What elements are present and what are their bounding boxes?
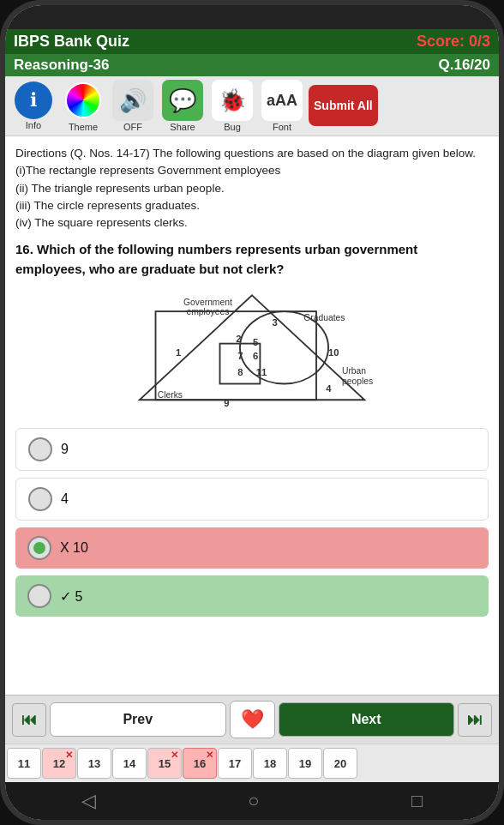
q-num-15-badge: ✕ [171,750,178,761]
option-c[interactable]: X 10 [15,527,489,569]
radio-a [28,437,52,461]
share-label: Share [170,122,195,132]
font-button[interactable]: aAA Font [259,80,305,132]
directions-text: Directions (Q. Nos. 14-17) The following… [15,145,489,232]
q-num-19[interactable]: 19 [288,748,322,779]
venn-diagram: Government employees Graduates Clerks Ur… [15,287,489,416]
home-icon[interactable]: ○ [248,790,259,812]
radio-d [27,584,51,608]
score-display: Score: 0/3 [417,33,490,51]
svg-text:8: 8 [237,367,243,377]
svg-text:Clerks: Clerks [158,391,183,400]
info-label: Info [26,120,41,130]
q-num-17[interactable]: 17 [218,748,252,779]
radio-c [27,536,51,560]
last-button[interactable]: ⏭ [458,703,492,737]
radio-c-inner [33,542,45,554]
svg-text:1: 1 [176,347,181,358]
q-num-11[interactable]: 11 [7,748,41,779]
svg-text:10: 10 [328,347,339,358]
app-title: IBPS Bank Quiz [14,33,129,51]
bug-label: Bug [224,122,241,132]
svg-text:11: 11 [256,367,267,377]
svg-text:Government: Government [183,298,232,307]
q-num-14[interactable]: 14 [112,748,147,779]
sound-label: OFF [123,122,142,132]
app-header: IBPS Bank Quiz Score: 0/3 [5,29,499,54]
option-a[interactable]: 9 [15,428,489,471]
option-c-label: X 10 [60,540,88,556]
option-d-label: ✓ 5 [60,588,82,605]
submit-icon: Submit All [309,85,378,126]
svg-text:9: 9 [224,398,229,408]
theme-button[interactable]: Theme [60,80,106,132]
font-label: Font [273,122,291,132]
share-button[interactable]: 💬 Share [159,80,206,132]
q-num-20[interactable]: 20 [323,748,357,779]
info-button[interactable]: ℹ Info [10,81,57,130]
svg-text:Graduates: Graduates [303,314,345,323]
back-icon[interactable]: ◁ [81,790,96,812]
option-b-label: 4 [61,491,69,507]
toolbar: ℹ Info Theme 🔊 OFF 💬 Share 🐞 Bug [5,76,499,136]
radio-b [28,487,52,511]
question-numbers-bar: 11 ✕ 12 13 14 ✕ 15 ✕ 16 17 [5,744,499,782]
next-button[interactable]: Next [279,702,455,737]
status-bar [5,5,499,29]
content-area: Directions (Q. Nos. 14-17) The following… [5,136,499,695]
prev-button[interactable]: Prev [50,702,226,737]
svg-text:4: 4 [326,383,332,394]
info-icon: ℹ [15,81,52,119]
submit-all-button[interactable]: Submit All [309,85,378,127]
share-icon: 💬 [162,80,203,121]
recents-icon[interactable]: □ [411,790,423,812]
sound-icon: 🔊 [112,80,153,121]
q-num-18[interactable]: 18 [253,748,287,779]
sub-header: Reasoning-36 Q.16/20 [5,54,499,76]
q-num-16[interactable]: ✕ 16 [183,748,217,779]
heart-icon: ❤️ [241,708,264,730]
venn-svg: Government employees Graduates Clerks Ur… [123,287,381,416]
option-d[interactable]: ✓ 5 [15,575,489,617]
svg-text:employees: employees [187,307,230,316]
theme-label: Theme [69,122,98,132]
topic-title: Reasoning-36 [14,57,109,74]
q-num-16-badge: ✕ [206,750,213,761]
font-icon: aAA [261,80,303,121]
question-counter: Q.16/20 [439,57,491,74]
q-num-13[interactable]: 13 [77,748,111,779]
q-num-15[interactable]: ✕ 15 [147,748,182,779]
options-list: 9 4 X 10 ✓ 5 [15,428,489,617]
next-label: Next [351,712,381,727]
svg-text:Urban: Urban [342,367,366,376]
theme-icon [63,80,104,121]
svg-text:peoples: peoples [342,376,373,386]
favorite-button[interactable]: ❤️ [230,701,275,738]
option-b[interactable]: 4 [15,478,489,521]
svg-text:3: 3 [272,317,277,328]
question-text: 16. Which of the following numbers repre… [15,240,489,279]
bottom-navigation: ◁ ○ □ [5,782,499,820]
q-num-12-badge: ✕ [65,750,73,761]
bug-button[interactable]: 🐞 Bug [209,80,255,132]
first-button[interactable]: ⏮ [12,703,46,737]
navigation-bar: ⏮ Prev ❤️ Next ⏭ [5,695,499,744]
svg-text:7: 7 [237,352,243,362]
bug-icon: 🐞 [212,80,253,121]
prev-label: Prev [123,712,153,727]
svg-text:6: 6 [253,352,258,362]
option-a-label: 9 [61,442,69,457]
svg-text:2: 2 [236,334,241,344]
sound-button[interactable]: 🔊 OFF [110,80,156,132]
q-num-12[interactable]: ✕ 12 [42,748,76,779]
svg-text:5: 5 [253,337,258,347]
